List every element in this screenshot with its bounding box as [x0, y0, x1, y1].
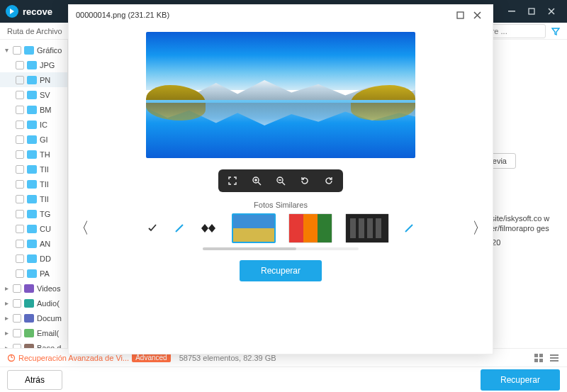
main-footer: Atrás Recuperar	[0, 366, 567, 392]
image-icon	[27, 210, 37, 218]
checkbox[interactable]	[16, 195, 24, 203]
file-type-sidebar: ▾ Gráfico JPG PN SV BM IC GI TH TII TII …	[0, 40, 68, 348]
checkbox[interactable]	[16, 225, 24, 233]
checkbox[interactable]	[16, 269, 24, 278]
zoom-in-icon[interactable]	[249, 174, 264, 188]
expand-icon[interactable]: ▸	[3, 314, 10, 322]
item-count-label: 58753 elementos, 82.39 GB	[179, 354, 276, 362]
tree-item[interactable]: PA	[0, 266, 67, 281]
app-logo-icon	[6, 5, 18, 18]
modal-recover-button[interactable]: Recuperar	[240, 260, 322, 281]
thumbnail-selected[interactable]	[232, 213, 276, 243]
checkbox[interactable]	[16, 165, 24, 174]
tree-category-videos[interactable]: ▸Videos	[0, 281, 67, 296]
prev-arrow-icon[interactable]: 〈	[73, 214, 90, 242]
image-icon	[27, 106, 37, 114]
tree-item[interactable]: TII	[0, 177, 67, 191]
image-icon	[27, 165, 37, 174]
modal-maximize-button[interactable]	[451, 6, 468, 23]
checkbox[interactable]	[16, 254, 24, 263]
checkbox[interactable]	[13, 299, 21, 308]
checkbox[interactable]	[16, 135, 24, 144]
modal-title: 00000014.png (231.21 KB)	[76, 11, 169, 19]
tree-item[interactable]: PN	[0, 72, 67, 87]
main-maximize-button[interactable]	[522, 0, 541, 23]
tree-item[interactable]: TII	[0, 162, 67, 177]
checkbox[interactable]	[16, 150, 24, 159]
back-button[interactable]: Atrás	[7, 370, 62, 390]
image-icon	[27, 240, 37, 248]
expand-icon[interactable]: ▸	[3, 299, 10, 307]
app-logo-text: recove	[23, 6, 52, 17]
filter-icon[interactable]	[551, 27, 560, 35]
tree-category-audio[interactable]: ▸Audio(	[0, 296, 67, 310]
tree-item[interactable]: TH	[0, 147, 67, 162]
svg-rect-1	[529, 9, 534, 14]
tree-root-graphic[interactable]: ▾ Gráfico	[0, 43, 67, 57]
image-icon	[27, 135, 37, 144]
checkbox[interactable]	[16, 121, 24, 129]
checkbox[interactable]	[13, 314, 21, 323]
thumb-status-pending-icon[interactable]	[172, 221, 186, 235]
thumbnail-scrollbar[interactable]	[203, 247, 359, 250]
checkbox[interactable]	[16, 61, 24, 69]
expand-icon[interactable]: ▸	[3, 284, 10, 292]
svg-rect-8	[550, 357, 558, 359]
tree-item[interactable]: BM	[0, 102, 67, 117]
thumbnails-row: 〈 〉	[69, 213, 493, 243]
list-view-icon[interactable]	[549, 353, 560, 363]
thumb-status-pending-icon[interactable]	[402, 221, 416, 235]
zoom-out-icon[interactable]	[274, 174, 288, 188]
tree-item[interactable]: CU	[0, 221, 67, 236]
tree-item[interactable]: AN	[0, 236, 67, 251]
checkbox[interactable]	[16, 91, 24, 99]
svg-rect-3	[534, 354, 538, 357]
tree-item[interactable]: JPG	[0, 57, 67, 72]
collapse-icon[interactable]: ▾	[3, 46, 10, 54]
checkbox[interactable]	[16, 240, 24, 248]
rotate-right-icon[interactable]	[322, 174, 336, 188]
checkbox[interactable]	[13, 46, 21, 55]
thumb-status-check-icon[interactable]	[145, 221, 159, 235]
image-icon	[27, 269, 37, 278]
grid-view-icon[interactable]	[533, 353, 544, 363]
checkbox[interactable]	[16, 180, 24, 189]
checkbox[interactable]	[13, 344, 21, 349]
svg-rect-9	[550, 360, 558, 362]
image-icon	[27, 254, 37, 263]
main-recover-button[interactable]: Recuperar	[481, 369, 560, 391]
tree-item[interactable]: SV	[0, 87, 67, 102]
image-icon	[27, 150, 37, 159]
thumbnail[interactable]	[345, 213, 389, 243]
checkbox[interactable]	[16, 76, 24, 84]
tree-item[interactable]: TII	[0, 191, 67, 206]
image-toolbar	[218, 169, 343, 192]
tree-category-documents[interactable]: ▸Docum	[0, 310, 67, 325]
image-icon	[27, 61, 37, 69]
main-minimize-button[interactable]	[502, 0, 522, 23]
svg-rect-5	[534, 359, 538, 362]
next-arrow-icon[interactable]: 〉	[471, 214, 488, 242]
video-folder-icon	[24, 284, 34, 293]
database-folder-icon	[24, 344, 34, 349]
tree-category-database[interactable]: ▸Base d	[0, 340, 67, 348]
tree-category-email[interactable]: ▸Email(	[0, 325, 67, 340]
tree-item[interactable]: DD	[0, 251, 67, 266]
expand-icon[interactable]: ▸	[3, 329, 10, 337]
document-folder-icon	[24, 314, 34, 323]
main-close-button[interactable]	[541, 0, 561, 23]
thumb-status-logo-icon[interactable]	[199, 221, 219, 235]
fit-screen-icon[interactable]	[225, 174, 240, 188]
tree-item[interactable]: TG	[0, 206, 67, 221]
thumbnail[interactable]	[288, 213, 332, 243]
tree-item[interactable]: GI	[0, 132, 67, 147]
expand-icon[interactable]: ▸	[3, 344, 10, 348]
checkbox[interactable]	[13, 284, 21, 293]
modal-close-button[interactable]	[468, 6, 485, 23]
tree-item[interactable]: IC	[0, 117, 67, 132]
checkbox[interactable]	[16, 106, 24, 114]
rotate-left-icon[interactable]	[298, 174, 312, 188]
checkbox[interactable]	[16, 210, 24, 218]
checkbox[interactable]	[13, 329, 21, 337]
refresh-icon	[7, 354, 16, 362]
